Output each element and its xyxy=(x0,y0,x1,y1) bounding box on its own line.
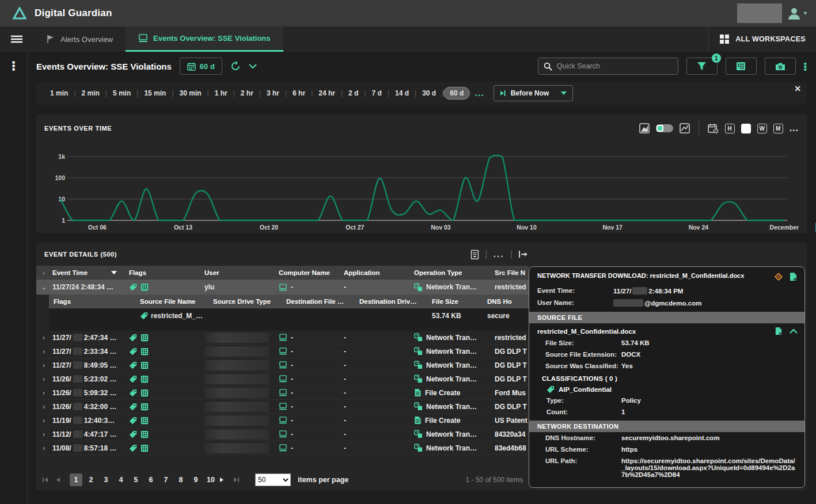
time-range-option-24hr[interactable]: 24 hr xyxy=(313,89,341,97)
granularity-hour-button[interactable]: H xyxy=(725,124,735,133)
time-range-option-14d[interactable]: 14 d xyxy=(389,89,415,97)
before-now-dropdown[interactable]: Before Now xyxy=(494,85,574,101)
column-chooser-button[interactable] xyxy=(726,58,757,75)
page-button-1[interactable]: 1 xyxy=(70,474,82,486)
snapshot-button[interactable] xyxy=(765,58,796,75)
table-row-selected[interactable]: ⌄ 11/27/24 2:48:34 … ylu - - Network Tra… xyxy=(36,280,529,295)
sub-column-header-dns-ho[interactable]: DNS Ho xyxy=(483,298,529,305)
expand-row-chevron[interactable]: › xyxy=(36,361,51,369)
table-row[interactable]: ›11/27/8:49:05 …--Network Tran…DG DLP T xyxy=(36,358,529,372)
time-range-option-2d[interactable]: 2 d xyxy=(343,89,364,97)
events-over-time-chart[interactable]: 1101001kOct 06Oct 13Oct 20Oct 27Nov 03No… xyxy=(44,140,799,233)
user-menu[interactable]: ▼ xyxy=(787,6,808,21)
refresh-button[interactable] xyxy=(230,61,241,71)
tab-alerts-overview[interactable]: Alerts Overview xyxy=(33,26,126,52)
time-range-button[interactable]: 60 d xyxy=(180,58,222,75)
table-row[interactable]: ›11/26/5:09:32 …--File CreateFord Mus xyxy=(36,386,529,400)
filter-button[interactable]: 1 xyxy=(686,58,718,75)
collapse-row-chevron[interactable]: ⌄ xyxy=(36,283,51,291)
page-button-6[interactable]: 6 xyxy=(145,474,157,486)
sub-column-header-destination-driv-[interactable]: Destination Driv… xyxy=(355,298,427,305)
column-header-flags[interactable]: Flags xyxy=(125,269,204,276)
sub-column-header-flags[interactable]: Flags xyxy=(49,298,135,305)
time-range-option-2hr[interactable]: 2 hr xyxy=(235,89,259,97)
table-row[interactable]: ›11/19/12:40:3…--File CreateUS Patent xyxy=(36,414,529,427)
column-header-operation-type[interactable]: Operation Type xyxy=(414,269,495,276)
line-chart-type-icon[interactable] xyxy=(680,123,690,133)
quick-search[interactable] xyxy=(538,58,678,75)
time-range-option-7d[interactable]: 7 d xyxy=(366,89,388,97)
next-page-button[interactable] xyxy=(219,477,231,483)
table-row[interactable]: ›11/27/2:47:34 …--Network Tran…restricte… xyxy=(36,331,529,345)
chart-type-toggle[interactable] xyxy=(656,124,673,132)
table-row[interactable]: ›11/26/4:32:00 …--Network Tran…DG DLP T xyxy=(36,400,529,414)
column-header-user[interactable]: User xyxy=(204,269,279,276)
column-header-computer-name[interactable]: Computer Name xyxy=(279,269,344,276)
page-kebab-menu[interactable]: ••• xyxy=(804,62,807,71)
table-row[interactable]: ›11/26/5:23:02 …--Network Tran…DG DLP T xyxy=(36,372,529,386)
time-range-option-6hr[interactable]: 6 hr xyxy=(287,89,311,97)
table-row[interactable]: ›11/12/4:47:17 …--Network Tran…84320a34 xyxy=(36,427,529,441)
expand-row-chevron[interactable]: › xyxy=(36,444,51,452)
sub-column-header-file-size[interactable]: File Size xyxy=(427,298,483,305)
expand-all-chevron[interactable]: › xyxy=(36,269,51,276)
expand-row-chevron[interactable]: › xyxy=(36,334,51,342)
granularity-month-button[interactable]: M xyxy=(773,124,783,133)
page-button-4[interactable]: 4 xyxy=(115,474,127,486)
time-range-option-1hr[interactable]: 1 hr xyxy=(209,89,233,97)
prev-page-button[interactable] xyxy=(56,477,67,483)
report-icon[interactable] xyxy=(470,250,479,259)
page-button-9[interactable]: 9 xyxy=(189,474,202,486)
page-button-7[interactable]: 7 xyxy=(160,474,172,486)
expand-row-chevron[interactable]: › xyxy=(36,389,51,397)
column-header-src-file-n[interactable]: Src File N xyxy=(495,269,529,276)
expand-row-chevron[interactable]: › xyxy=(36,403,51,411)
expand-row-chevron[interactable]: › xyxy=(36,430,51,438)
column-header-event-time[interactable]: Event Time xyxy=(51,269,125,276)
page-button-10[interactable]: 10 xyxy=(204,474,217,486)
hamburger-menu-button[interactable] xyxy=(0,26,33,52)
tab-events-overview[interactable]: Events Overview: SSE Violations xyxy=(126,26,283,52)
time-range-option-30d[interactable]: 30 d xyxy=(416,89,442,97)
time-range-option-2min[interactable]: 2 min xyxy=(75,89,105,97)
sub-column-header-destination-file-[interactable]: Destination File … xyxy=(282,298,355,305)
time-range-option-15min[interactable]: 15 min xyxy=(138,89,172,97)
granularity-week-button[interactable]: W xyxy=(757,124,767,133)
time-range-option-1min[interactable]: 1 min xyxy=(44,89,74,97)
export-icon[interactable] xyxy=(518,250,528,258)
expand-row-chevron[interactable]: › xyxy=(36,375,51,383)
file-report-icon[interactable] xyxy=(775,327,783,335)
sub-column-header-source-file-name[interactable]: Source File Name xyxy=(135,298,208,305)
sub-column-header-source-drive-type[interactable]: Source Drive Type xyxy=(208,298,282,305)
more-ranges-button[interactable]: ... xyxy=(470,88,488,98)
search-input[interactable] xyxy=(557,62,673,70)
granularity-day-button[interactable]: D xyxy=(741,124,751,133)
time-range-option-5min[interactable]: 5 min xyxy=(107,89,136,97)
expand-row-chevron[interactable]: › xyxy=(36,417,51,425)
expand-row-chevron[interactable]: › xyxy=(36,348,51,356)
collapse-section-chevron[interactable] xyxy=(790,329,798,334)
last-page-button[interactable] xyxy=(233,477,245,483)
page-button-8[interactable]: 8 xyxy=(174,474,187,486)
page-button-5[interactable]: 5 xyxy=(130,474,142,486)
calendar-clock-icon[interactable] xyxy=(708,123,719,133)
page-button-2[interactable]: 2 xyxy=(85,474,97,486)
items-per-page-select[interactable]: 50 xyxy=(255,474,291,486)
column-header-application[interactable]: Application xyxy=(344,269,414,276)
file-report-icon[interactable] xyxy=(789,272,798,281)
nested-data-row[interactable]: restricted_M_… 53.74 KB secure xyxy=(49,308,529,323)
chart-more-menu[interactable]: ... xyxy=(790,123,799,133)
table-row[interactable]: ›11/08/8:57:18 …--Network Tran…83ed4b68 xyxy=(36,441,529,455)
all-workspaces-button[interactable]: ALL WORKSPACES xyxy=(708,26,816,52)
workspace-kebab-menu[interactable]: ••• xyxy=(0,61,27,71)
close-timebar-button[interactable]: ✕ xyxy=(794,84,801,93)
first-page-button[interactable] xyxy=(42,477,54,483)
time-range-option-3hr[interactable]: 3 hr xyxy=(261,89,285,97)
area-chart-type-icon[interactable] xyxy=(639,123,650,133)
table-more-menu[interactable]: ... xyxy=(494,249,504,259)
time-range-option-30min[interactable]: 30 min xyxy=(174,89,207,97)
time-range-option-60d[interactable]: 60 d xyxy=(443,87,470,100)
refresh-options-chevron[interactable] xyxy=(249,64,257,69)
table-row[interactable]: ›11/27/2:33:34 …--Network Tran…DG DLP T xyxy=(36,345,529,358)
page-button-3[interactable]: 3 xyxy=(100,474,112,486)
